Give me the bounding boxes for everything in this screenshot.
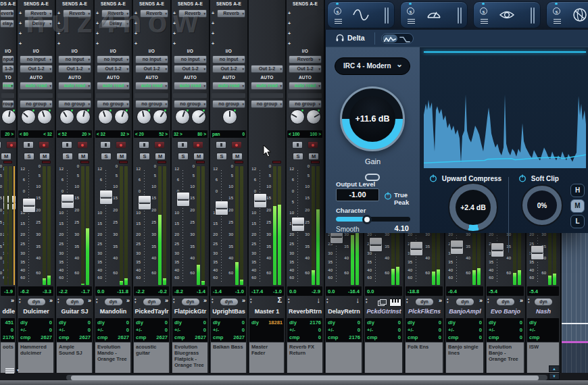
send-add-icon[interactable]: + (96, 11, 99, 16)
output-selector[interactable]: Out 1-2 (58, 65, 91, 73)
volume-stepper[interactable]: ▴▾ (326, 297, 328, 304)
pan-knob[interactable] (153, 109, 168, 124)
automation-mode-selector[interactable]: auto read (251, 82, 283, 90)
send-add-icon[interactable]: + (134, 41, 137, 46)
irc-mode-select[interactable]: IRC 4 - Modern ⌄ (335, 57, 410, 75)
pan-value-display[interactable]: < 2052 > (134, 130, 169, 138)
stepper-down-icon[interactable]: ▾ (326, 301, 328, 304)
output-selector[interactable]: Out 1-2 (251, 65, 283, 73)
send-add-icon[interactable]: + (19, 31, 22, 36)
send-add-icon[interactable]: + (57, 21, 60, 26)
display-mode-toggle[interactable] (381, 33, 414, 44)
stepper-down-icon[interactable]: ▾ (528, 301, 530, 304)
pan-value-display[interactable]: 20 > (1, 130, 15, 138)
fader-cap[interactable] (291, 217, 305, 232)
delta-monitor-toggle[interactable]: Delta (347, 34, 365, 42)
module-tile-wave[interactable]: s (327, 1, 395, 28)
send-slot[interactable]: Reverb (63, 9, 91, 18)
track-comment[interactable]: Master Fader (249, 342, 284, 373)
pan-value-display[interactable]: < 5220 > (57, 130, 92, 138)
input-selector[interactable]: no input (58, 55, 91, 63)
gain-reduction-view-icon[interactable] (397, 34, 412, 43)
band-mid-button[interactable]: M (570, 199, 585, 213)
record-enable-button[interactable] (231, 141, 242, 149)
send-slot[interactable]: Delay (24, 20, 53, 28)
input-monitor-button[interactable] (292, 141, 303, 149)
send-add-icon[interactable]: + (19, 21, 22, 26)
send-add-icon[interactable]: + (173, 31, 176, 36)
input-selector[interactable]: no input (97, 55, 130, 63)
record-enable-button[interactable] (77, 141, 88, 149)
send-add-icon[interactable]: + (212, 41, 214, 46)
automation-mode-selector[interactable]: auto read (212, 82, 245, 90)
track-comment[interactable]: acoustic guitar (134, 342, 169, 373)
mute-button[interactable]: M (39, 153, 50, 160)
volume-readout[interactable]: -5.4 (527, 286, 559, 296)
volume-readout[interactable]: -17.4-1.0 (249, 286, 284, 296)
module-solo-icon[interactable]: s (407, 7, 414, 15)
output-selector[interactable]: Out 1-2 (135, 65, 168, 73)
volume-readout[interactable]: -5.4 (487, 286, 524, 296)
group-selector[interactable]: roup (2, 100, 14, 108)
group-selector[interactable]: no group (20, 100, 53, 108)
output-selector[interactable]: Out 1-2 (97, 65, 130, 73)
send-slot[interactable]: everb (0, 9, 14, 18)
track-name[interactable]: Guitar SJ (56, 308, 93, 315)
volume-stepper[interactable]: ▴▾ (447, 297, 449, 304)
input-selector[interactable]: no input (20, 55, 53, 63)
send-add-icon[interactable]: + (288, 21, 291, 26)
stepper-down-icon[interactable]: ▾ (134, 301, 137, 304)
record-enable-button[interactable] (154, 141, 165, 149)
clip-indicator[interactable] (272, 161, 281, 163)
send-add-icon[interactable]: + (19, 11, 22, 16)
soft-clip-knob[interactable]: 0% (521, 184, 563, 226)
send-add-icon[interactable]: + (96, 21, 99, 26)
track-comment[interactable]: Evolution Banjo - Orange Tree (487, 342, 524, 373)
send-slot[interactable]: Delay (101, 20, 130, 28)
group-selector[interactable]: no group (174, 100, 207, 108)
track-comment[interactable]: Banjo single lines (446, 342, 483, 373)
pan-knob[interactable] (59, 109, 74, 124)
stepper-down-icon[interactable]: ▾ (173, 301, 175, 304)
automation-mode-selector[interactable]: auto read (97, 82, 130, 90)
dyn-plugin-button[interactable]: dyn (143, 299, 161, 305)
send-add-icon[interactable]: + (57, 31, 60, 36)
track-name[interactable]: PckdGtrInst (364, 308, 403, 315)
pan-knob[interactable] (98, 109, 113, 124)
volume-readout[interactable]: -0.4 (446, 286, 483, 296)
volume-readout[interactable]: -18.8 (406, 286, 443, 296)
track-comment[interactable]: Evolution Bluegrass Flatpick - Orange Tr… (172, 342, 207, 373)
solo-button[interactable]: S (62, 153, 73, 160)
pan-knob[interactable] (191, 109, 206, 124)
track-name[interactable]: Mandolin (95, 308, 132, 315)
pan-value-display[interactable]: pan0 (211, 130, 246, 138)
input-selector[interactable]: Reverb (289, 55, 322, 63)
output-selector[interactable]: Out 1-2 (20, 65, 53, 73)
clip-indicator[interactable] (3, 161, 12, 163)
pan-knob[interactable] (21, 109, 36, 124)
module-tile-globe[interactable]: s (546, 1, 588, 28)
solo-button[interactable]: S (139, 153, 150, 160)
input-selector[interactable]: no input (212, 55, 245, 63)
solo-button[interactable]: S (293, 153, 303, 160)
track-comment[interactable]: Balkan Bass (211, 342, 246, 373)
record-enable-button[interactable] (193, 141, 203, 149)
pan-value-display[interactable]: 32 >80 > (172, 130, 207, 138)
volume-readout[interactable]: -2.2-0.2 (134, 286, 169, 296)
send-slot[interactable]: Reverb (101, 9, 130, 18)
upward-compress-power-icon[interactable] (429, 174, 437, 182)
send-add-icon[interactable]: + (288, 11, 291, 16)
clip-indicator[interactable] (119, 161, 128, 163)
volume-readout[interactable]: -1.9 (1, 286, 15, 296)
send-add-icon[interactable]: + (212, 11, 214, 16)
input-monitor-button[interactable] (0, 141, 1, 149)
stepper-down-icon[interactable]: ▾ (19, 301, 21, 304)
input-monitor-button[interactable] (216, 141, 226, 149)
mute-button[interactable]: M (116, 153, 127, 160)
fader-cap[interactable] (491, 242, 504, 257)
solo-button[interactable]: S (178, 153, 189, 160)
send-add-icon[interactable]: + (134, 21, 137, 26)
send-slot[interactable]: Reverb (140, 9, 168, 18)
input-monitor-button[interactable] (62, 141, 72, 149)
dyn-plugin-button[interactable]: dyn (535, 299, 552, 305)
